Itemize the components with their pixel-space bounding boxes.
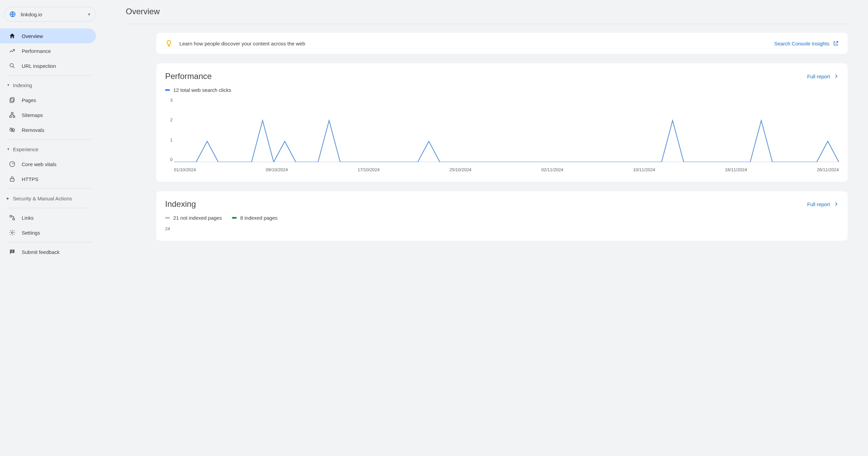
link-icon xyxy=(9,214,16,221)
legend-item: 12 total web search clicks xyxy=(165,87,231,93)
legend-item-not-indexed: 21 not indexed pages xyxy=(165,215,222,221)
insight-text: Learn how people discover your content a… xyxy=(179,41,774,46)
sidebar-item-pages[interactable]: Pages xyxy=(0,93,96,107)
sidebar-item-label: Performance xyxy=(22,48,51,54)
legend-swatch xyxy=(165,217,170,219)
sidebar-item-label: Overview xyxy=(22,33,43,39)
visibility-off-icon xyxy=(9,126,16,133)
pages-icon xyxy=(9,97,16,103)
sidebar-item-links[interactable]: Links xyxy=(0,210,96,225)
legend-label: 12 total web search clicks xyxy=(173,87,231,93)
indexing-full-report-link[interactable]: Full report xyxy=(807,201,839,207)
link-label: Full report xyxy=(807,74,830,79)
y-tick: 0 xyxy=(165,157,173,162)
chevron-right-icon xyxy=(833,74,839,79)
sidebar-section-label: Security & Manual Actions xyxy=(13,196,72,201)
sidebar-item-settings[interactable]: Settings xyxy=(0,225,96,240)
x-tick: 25/10/2024 xyxy=(450,167,472,172)
legend-item-indexed: 8 indexed pages xyxy=(232,215,277,221)
svg-point-12 xyxy=(12,232,13,234)
svg-rect-10 xyxy=(10,215,12,217)
divider xyxy=(8,75,92,76)
search-console-insights-link[interactable]: Search Console Insights xyxy=(774,40,839,46)
sidebar-item-https[interactable]: HTTPS xyxy=(0,172,96,186)
sidebar-item-removals[interactable]: Removals xyxy=(0,122,96,137)
legend-label: 21 not indexed pages xyxy=(173,215,222,221)
caret-down-icon: ▼ xyxy=(7,83,12,87)
y-tick: 1 xyxy=(165,137,173,142)
trending-up-icon xyxy=(9,47,16,54)
performance-chart: 3 2 1 0 01/10/2024 09/10/2024 17/10/2024… xyxy=(165,98,839,172)
sidebar-item-sitemaps[interactable]: Sitemaps xyxy=(0,107,96,122)
main-content: Overview Learn how people discover your … xyxy=(100,0,868,456)
sidebar-item-label: Pages xyxy=(22,97,36,103)
sidebar-item-label: Settings xyxy=(22,230,40,236)
property-selector[interactable]: linkdog.io ▼ xyxy=(4,7,96,22)
indexing-title: Indexing xyxy=(165,199,807,209)
y-tick: 2 xyxy=(165,117,173,122)
sidebar-item-label: URL inspection xyxy=(22,63,56,69)
sitemap-icon xyxy=(9,112,16,118)
divider xyxy=(8,242,92,242)
sidebar-item-overview[interactable]: Overview xyxy=(0,28,96,43)
sidebar-item-performance[interactable]: Performance xyxy=(0,43,96,58)
x-tick: 10/11/2024 xyxy=(633,167,655,172)
x-tick: 17/10/2024 xyxy=(358,167,380,172)
sidebar-item-label: Removals xyxy=(22,127,44,133)
performance-card: Performance Full report 12 total web sea… xyxy=(156,63,848,182)
x-tick: 01/10/2024 xyxy=(174,167,196,172)
sidebar-item-core-web-vitals[interactable]: Core web vitals xyxy=(0,157,96,172)
sidebar: linkdog.io ▼ Overview Performance URL in… xyxy=(0,0,100,456)
sidebar-item-label: Sitemaps xyxy=(22,112,43,118)
sidebar-section-security-manual-actions[interactable]: ▶ Security & Manual Actions xyxy=(0,191,100,206)
divider xyxy=(8,139,92,140)
indexing-legend: 21 not indexed pages 8 indexed pages xyxy=(165,215,839,221)
x-axis: 01/10/2024 09/10/2024 17/10/2024 25/10/2… xyxy=(174,167,839,172)
caret-down-icon: ▼ xyxy=(7,147,12,151)
y-tick: 24 xyxy=(165,226,839,231)
insight-card: Learn how people discover your content a… xyxy=(156,33,848,54)
link-label: Full report xyxy=(807,201,830,207)
chevron-right-icon xyxy=(833,201,839,207)
divider xyxy=(8,189,92,189)
sidebar-item-label: HTTPS xyxy=(22,176,38,182)
performance-full-report-link[interactable]: Full report xyxy=(807,74,839,79)
search-icon xyxy=(9,62,16,69)
sidebar-item-url-inspection[interactable]: URL inspection xyxy=(0,58,96,73)
open-in-new-icon xyxy=(833,40,839,46)
x-tick: 02/11/2024 xyxy=(541,167,563,172)
svg-rect-5 xyxy=(10,116,12,117)
home-icon xyxy=(9,33,16,39)
svg-rect-11 xyxy=(13,218,15,220)
sidebar-item-submit-feedback[interactable]: Submit feedback xyxy=(0,244,96,259)
sidebar-section-label: Experience xyxy=(13,146,38,152)
sidebar-item-label: Core web vitals xyxy=(22,161,57,167)
legend-swatch xyxy=(165,89,170,91)
svg-rect-13 xyxy=(12,251,13,252)
sidebar-item-label: Submit feedback xyxy=(22,249,60,255)
x-tick: 09/10/2024 xyxy=(266,167,288,172)
sidebar-section-experience[interactable]: ▼ Experience xyxy=(0,142,100,157)
sidebar-section-label: Indexing xyxy=(13,82,32,88)
caret-right-icon: ▶ xyxy=(7,197,12,200)
sidebar-section-indexing[interactable]: ▼ Indexing xyxy=(0,78,100,93)
performance-title: Performance xyxy=(165,72,807,81)
y-axis: 3 2 1 0 xyxy=(165,98,173,162)
sidebar-item-label: Links xyxy=(22,215,34,221)
x-tick: 26/11/2024 xyxy=(817,167,839,172)
svg-rect-14 xyxy=(12,252,13,253)
svg-rect-9 xyxy=(10,179,14,181)
lightbulb-icon xyxy=(165,40,173,47)
gear-icon xyxy=(9,229,16,236)
svg-rect-2 xyxy=(11,98,14,102)
speed-icon xyxy=(9,161,16,167)
legend-label: 8 indexed pages xyxy=(240,215,277,221)
link-label: Search Console Insights xyxy=(774,41,829,46)
caret-down-icon: ▼ xyxy=(87,13,91,16)
lock-icon xyxy=(9,176,16,182)
plot-area xyxy=(174,100,839,162)
svg-rect-4 xyxy=(12,113,13,114)
x-tick: 18/11/2024 xyxy=(725,167,747,172)
page-title: Overview xyxy=(126,7,848,24)
svg-rect-3 xyxy=(10,99,13,103)
